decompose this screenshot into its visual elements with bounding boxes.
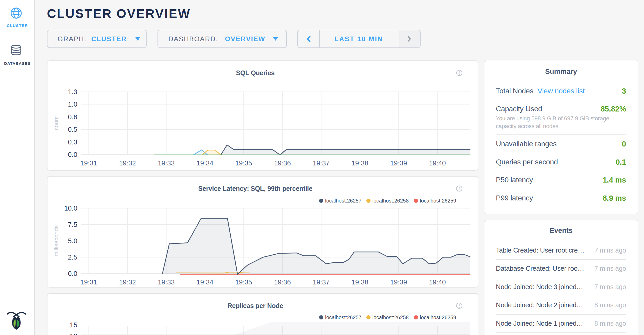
svg-text:localhost:26257: localhost:26257 — [325, 198, 361, 204]
svg-text:localhost:26257: localhost:26257 — [325, 315, 361, 320]
svg-text:0.8: 0.8 — [68, 113, 77, 121]
svg-text:1.0: 1.0 — [68, 100, 77, 108]
svg-text:milliseconds: milliseconds — [53, 225, 59, 256]
svg-text:19:34: 19:34 — [196, 159, 213, 167]
svg-text:19:34: 19:34 — [196, 278, 213, 286]
svg-text:19:39: 19:39 — [390, 159, 407, 167]
svg-text:19:37: 19:37 — [313, 159, 330, 167]
svg-text:count: count — [53, 116, 59, 130]
svg-text:19:36: 19:36 — [274, 278, 291, 286]
svg-text:localhost:26258: localhost:26258 — [372, 198, 409, 204]
svg-text:19:38: 19:38 — [352, 159, 368, 167]
svg-text:19:40: 19:40 — [429, 278, 446, 286]
svg-text:5.0: 5.0 — [68, 237, 77, 245]
svg-text:19:33: 19:33 — [158, 278, 175, 286]
svg-text:0.0: 0.0 — [68, 151, 77, 158]
svg-text:0.0: 0.0 — [68, 270, 77, 277]
svg-text:19:33: 19:33 — [158, 159, 175, 167]
svg-text:0.3: 0.3 — [68, 138, 77, 146]
svg-text:19:35: 19:35 — [235, 159, 252, 167]
svg-text:1.3: 1.3 — [68, 88, 77, 96]
svg-text:19:32: 19:32 — [119, 159, 136, 167]
svg-text:19:38: 19:38 — [352, 278, 368, 286]
svg-text:localhost:26258: localhost:26258 — [372, 315, 409, 320]
svg-text:19:31: 19:31 — [80, 159, 97, 167]
svg-text:Service Latency: SQL, 99th per: Service Latency: SQL, 99th percentile — [198, 185, 312, 192]
svg-text:SQL Queries: SQL Queries — [236, 69, 275, 76]
svg-text:Replicas per Node: Replicas per Node — [228, 302, 283, 309]
svg-text:19:40: 19:40 — [429, 159, 446, 167]
svg-text:10: 10 — [70, 332, 77, 335]
svg-text:19:37: 19:37 — [313, 278, 330, 286]
svg-text:19:32: 19:32 — [119, 278, 136, 286]
svg-text:2.5: 2.5 — [68, 253, 77, 261]
svg-text:19:36: 19:36 — [274, 159, 291, 167]
svg-text:10.0: 10.0 — [64, 204, 77, 212]
svg-text:19:35: 19:35 — [235, 278, 252, 286]
svg-text:localhost:26259: localhost:26259 — [420, 315, 456, 320]
svg-text:15: 15 — [70, 321, 77, 329]
svg-text:19:39: 19:39 — [390, 278, 407, 286]
svg-text:19:31: 19:31 — [80, 278, 97, 286]
svg-text:0.5: 0.5 — [68, 125, 77, 133]
svg-text:7.5: 7.5 — [68, 221, 77, 228]
svg-text:localhost:26259: localhost:26259 — [420, 198, 456, 204]
